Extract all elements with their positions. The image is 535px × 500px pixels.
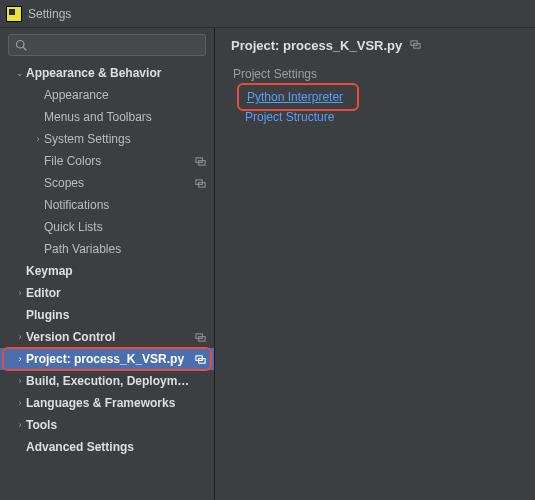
tree-item[interactable]: Appearance [0,84,214,106]
tree-item[interactable]: File Colors [0,150,214,172]
tree-item[interactable]: ⌄Appearance & Behavior [0,62,214,84]
tree-item[interactable]: ›Languages & Frameworks [0,392,214,414]
svg-line-1 [23,47,26,50]
chevron-down-icon: ⌄ [14,68,26,78]
tree-item[interactable]: Notifications [0,194,214,216]
tree-item[interactable]: ›Editor [0,282,214,304]
tree-item[interactable]: ›Build, Execution, Deployment [0,370,214,392]
tree-item-label: Notifications [44,198,194,212]
search-icon [15,39,27,51]
tree-item-label: Keymap [26,264,194,278]
tree-item-label: Advanced Settings [26,440,194,454]
tree-item-label: Languages & Frameworks [26,396,194,410]
search-input[interactable] [31,38,199,52]
section-heading: Project Settings [231,67,519,81]
chevron-right-icon: › [14,354,26,364]
tree-item-label: Menus and Toolbars [44,110,194,124]
tree-item-label: Scopes [44,176,194,190]
project-settings-links: Python InterpreterProject Structure [231,87,519,127]
tree-item-label: System Settings [44,132,194,146]
tree-item[interactable]: Menus and Toolbars [0,106,214,128]
tree-item-label: Tools [26,418,194,432]
app-icon [6,6,22,22]
tree-item-label: Editor [26,286,194,300]
tree-item[interactable]: ›Tools [0,414,214,436]
tree-item-label: Quick Lists [44,220,194,234]
page-title: Project: process_K_VSR.py [231,38,402,53]
project-tag-icon [194,332,206,343]
settings-link[interactable]: Project Structure [245,107,519,127]
titlebar: Settings [0,0,535,28]
tree-item[interactable]: ›Version Control [0,326,214,348]
tree-item[interactable]: Keymap [0,260,214,282]
project-tag-icon [194,156,206,167]
search-input-wrap[interactable] [8,34,206,56]
chevron-right-icon: › [32,134,44,144]
tree-item[interactable]: ›Project: process_K_VSR.py [0,348,214,370]
tree-item[interactable]: Scopes [0,172,214,194]
settings-main: Project: process_K_VSR.py Project Settin… [215,28,535,500]
chevron-right-icon: › [14,398,26,408]
tree-item[interactable]: ›System Settings [0,128,214,150]
tree-item[interactable]: Plugins [0,304,214,326]
chevron-right-icon: › [14,288,26,298]
project-tag-icon [194,354,206,365]
settings-sidebar: ⌄Appearance & BehaviorAppearanceMenus an… [0,28,215,500]
project-tag-icon [194,178,206,189]
tree-item-label: Project: process_K_VSR.py [26,352,194,366]
settings-tree: ⌄Appearance & BehaviorAppearanceMenus an… [0,62,214,500]
chevron-right-icon: › [14,332,26,342]
chevron-right-icon: › [14,420,26,430]
tree-item-label: Build, Execution, Deployment [26,374,194,388]
tree-item[interactable]: Path Variables [0,238,214,260]
tree-item-label: Plugins [26,308,194,322]
tree-item-label: Appearance [44,88,194,102]
svg-point-0 [17,41,25,49]
window-title: Settings [28,7,71,21]
tree-item-label: Path Variables [44,242,194,256]
tree-item[interactable]: Quick Lists [0,216,214,238]
tree-item-label: Version Control [26,330,194,344]
chevron-right-icon: › [14,376,26,386]
tree-item-label: File Colors [44,154,194,168]
settings-link[interactable]: Python Interpreter [245,87,351,107]
tree-item-label: Appearance & Behavior [26,66,194,80]
project-tag-icon [410,39,421,53]
tree-item[interactable]: Advanced Settings [0,436,214,458]
